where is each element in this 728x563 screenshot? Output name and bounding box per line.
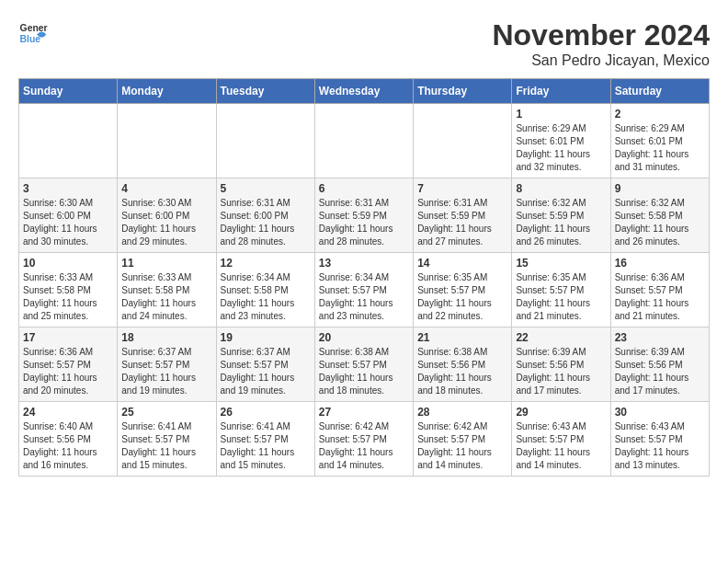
day-number: 20 (319, 331, 409, 344)
calendar-table: SundayMondayTuesdayWednesdayThursdayFrid… (18, 78, 710, 477)
day-number: 27 (319, 406, 409, 419)
day-info: Sunrise: 6:41 AM Sunset: 5:57 PM Dayligh… (121, 420, 211, 472)
calendar-week-2: 3Sunrise: 6:30 AM Sunset: 6:00 PM Daylig… (19, 178, 710, 253)
calendar-cell (414, 104, 512, 178)
calendar-cell: 23Sunrise: 6:39 AM Sunset: 5:56 PM Dayli… (610, 327, 709, 402)
calendar-cell: 22Sunrise: 6:39 AM Sunset: 5:56 PM Dayli… (512, 327, 610, 402)
calendar-week-3: 10Sunrise: 6:33 AM Sunset: 5:58 PM Dayli… (19, 253, 710, 327)
calendar-cell: 7Sunrise: 6:31 AM Sunset: 5:59 PM Daylig… (414, 178, 512, 253)
day-info: Sunrise: 6:33 AM Sunset: 5:58 PM Dayligh… (121, 271, 211, 323)
calendar-cell: 29Sunrise: 6:43 AM Sunset: 5:57 PM Dayli… (512, 402, 610, 477)
day-number: 8 (516, 182, 606, 195)
day-number: 22 (516, 331, 606, 344)
calendar-cell (19, 104, 118, 178)
day-info: Sunrise: 6:43 AM Sunset: 5:57 PM Dayligh… (615, 420, 705, 472)
header-day-saturday: Saturday (610, 79, 709, 104)
day-info: Sunrise: 6:29 AM Sunset: 6:01 PM Dayligh… (615, 122, 705, 174)
day-info: Sunrise: 6:38 AM Sunset: 5:56 PM Dayligh… (417, 346, 507, 397)
day-number: 19 (221, 331, 311, 344)
day-number: 9 (615, 182, 705, 195)
calendar-cell (314, 104, 413, 178)
calendar-cell: 24Sunrise: 6:40 AM Sunset: 5:56 PM Dayli… (19, 402, 118, 477)
calendar-cell: 15Sunrise: 6:35 AM Sunset: 5:57 PM Dayli… (512, 253, 610, 327)
day-info: Sunrise: 6:36 AM Sunset: 5:57 PM Dayligh… (615, 271, 705, 323)
day-info: Sunrise: 6:39 AM Sunset: 5:56 PM Dayligh… (516, 346, 606, 397)
svg-text:Blue: Blue (20, 34, 41, 44)
calendar-week-5: 24Sunrise: 6:40 AM Sunset: 5:56 PM Dayli… (19, 402, 710, 477)
day-info: Sunrise: 6:31 AM Sunset: 6:00 PM Dayligh… (221, 197, 311, 248)
header: General Blue November 2024 San Pedro Jic… (18, 18, 710, 69)
calendar-cell: 21Sunrise: 6:38 AM Sunset: 5:56 PM Dayli… (414, 327, 512, 402)
day-number: 1 (516, 108, 606, 121)
day-number: 23 (615, 331, 705, 344)
day-info: Sunrise: 6:37 AM Sunset: 5:57 PM Dayligh… (221, 346, 311, 397)
day-info: Sunrise: 6:43 AM Sunset: 5:57 PM Dayligh… (516, 420, 606, 472)
location-title: San Pedro Jicayan, Mexico (492, 52, 710, 69)
calendar-cell: 16Sunrise: 6:36 AM Sunset: 5:57 PM Dayli… (610, 253, 709, 327)
header-day-monday: Monday (118, 79, 216, 104)
calendar-week-4: 17Sunrise: 6:36 AM Sunset: 5:57 PM Dayli… (19, 327, 710, 402)
calendar-cell: 26Sunrise: 6:41 AM Sunset: 5:57 PM Dayli… (216, 402, 314, 477)
day-number: 18 (121, 331, 211, 344)
day-info: Sunrise: 6:38 AM Sunset: 5:57 PM Dayligh… (319, 346, 409, 397)
calendar-cell: 6Sunrise: 6:31 AM Sunset: 5:59 PM Daylig… (314, 178, 413, 253)
calendar-cell: 4Sunrise: 6:30 AM Sunset: 6:00 PM Daylig… (118, 178, 216, 253)
day-info: Sunrise: 6:31 AM Sunset: 5:59 PM Dayligh… (319, 197, 409, 248)
day-info: Sunrise: 6:39 AM Sunset: 5:56 PM Dayligh… (615, 346, 705, 397)
calendar-cell: 11Sunrise: 6:33 AM Sunset: 5:58 PM Dayli… (118, 253, 216, 327)
calendar-cell: 13Sunrise: 6:34 AM Sunset: 5:57 PM Dayli… (314, 253, 413, 327)
day-number: 17 (23, 331, 113, 344)
calendar-cell (216, 104, 314, 178)
day-info: Sunrise: 6:42 AM Sunset: 5:57 PM Dayligh… (319, 420, 409, 472)
day-info: Sunrise: 6:34 AM Sunset: 5:57 PM Dayligh… (319, 271, 409, 323)
calendar-cell: 12Sunrise: 6:34 AM Sunset: 5:58 PM Dayli… (216, 253, 314, 327)
calendar-cell: 30Sunrise: 6:43 AM Sunset: 5:57 PM Dayli… (610, 402, 709, 477)
day-number: 10 (23, 257, 113, 270)
day-number: 7 (417, 182, 507, 195)
day-info: Sunrise: 6:29 AM Sunset: 6:01 PM Dayligh… (516, 122, 606, 174)
logo-icon: General Blue (18, 18, 48, 48)
day-number: 13 (319, 257, 409, 270)
day-info: Sunrise: 6:42 AM Sunset: 5:57 PM Dayligh… (417, 420, 507, 472)
header-day-tuesday: Tuesday (216, 79, 314, 104)
calendar-cell (118, 104, 216, 178)
calendar-cell: 19Sunrise: 6:37 AM Sunset: 5:57 PM Dayli… (216, 327, 314, 402)
month-title: November 2024 (492, 18, 710, 52)
day-info: Sunrise: 6:33 AM Sunset: 5:58 PM Dayligh… (23, 271, 113, 323)
day-info: Sunrise: 6:32 AM Sunset: 5:58 PM Dayligh… (615, 197, 705, 248)
calendar-cell: 18Sunrise: 6:37 AM Sunset: 5:57 PM Dayli… (118, 327, 216, 402)
calendar-cell: 10Sunrise: 6:33 AM Sunset: 5:58 PM Dayli… (19, 253, 118, 327)
day-number: 26 (221, 406, 311, 419)
header-day-sunday: Sunday (19, 79, 118, 104)
calendar-cell: 8Sunrise: 6:32 AM Sunset: 5:59 PM Daylig… (512, 178, 610, 253)
day-number: 3 (23, 182, 113, 195)
calendar-cell: 27Sunrise: 6:42 AM Sunset: 5:57 PM Dayli… (314, 402, 413, 477)
calendar-cell: 20Sunrise: 6:38 AM Sunset: 5:57 PM Dayli… (314, 327, 413, 402)
day-number: 28 (417, 406, 507, 419)
day-number: 25 (121, 406, 211, 419)
svg-text:General: General (20, 23, 48, 33)
day-info: Sunrise: 6:30 AM Sunset: 6:00 PM Dayligh… (23, 197, 113, 248)
day-number: 16 (615, 257, 705, 270)
day-number: 12 (221, 257, 311, 270)
calendar-cell: 2Sunrise: 6:29 AM Sunset: 6:01 PM Daylig… (610, 104, 709, 178)
day-info: Sunrise: 6:41 AM Sunset: 5:57 PM Dayligh… (221, 420, 311, 472)
day-info: Sunrise: 6:40 AM Sunset: 5:56 PM Dayligh… (23, 420, 113, 472)
day-number: 24 (23, 406, 113, 419)
day-info: Sunrise: 6:31 AM Sunset: 5:59 PM Dayligh… (417, 197, 507, 248)
title-area: November 2024 San Pedro Jicayan, Mexico (492, 18, 710, 69)
day-number: 29 (516, 406, 606, 419)
calendar-cell: 14Sunrise: 6:35 AM Sunset: 5:57 PM Dayli… (414, 253, 512, 327)
calendar-cell: 9Sunrise: 6:32 AM Sunset: 5:58 PM Daylig… (610, 178, 709, 253)
calendar-header-row: SundayMondayTuesdayWednesdayThursdayFrid… (19, 79, 710, 104)
calendar-cell: 17Sunrise: 6:36 AM Sunset: 5:57 PM Dayli… (19, 327, 118, 402)
day-info: Sunrise: 6:30 AM Sunset: 6:00 PM Dayligh… (121, 197, 211, 248)
calendar-cell: 25Sunrise: 6:41 AM Sunset: 5:57 PM Dayli… (118, 402, 216, 477)
day-number: 5 (221, 182, 311, 195)
day-info: Sunrise: 6:37 AM Sunset: 5:57 PM Dayligh… (121, 346, 211, 397)
day-number: 14 (417, 257, 507, 270)
header-day-wednesday: Wednesday (314, 79, 413, 104)
calendar-week-1: 1Sunrise: 6:29 AM Sunset: 6:01 PM Daylig… (19, 104, 710, 178)
day-number: 21 (417, 331, 507, 344)
calendar-cell: 1Sunrise: 6:29 AM Sunset: 6:01 PM Daylig… (512, 104, 610, 178)
